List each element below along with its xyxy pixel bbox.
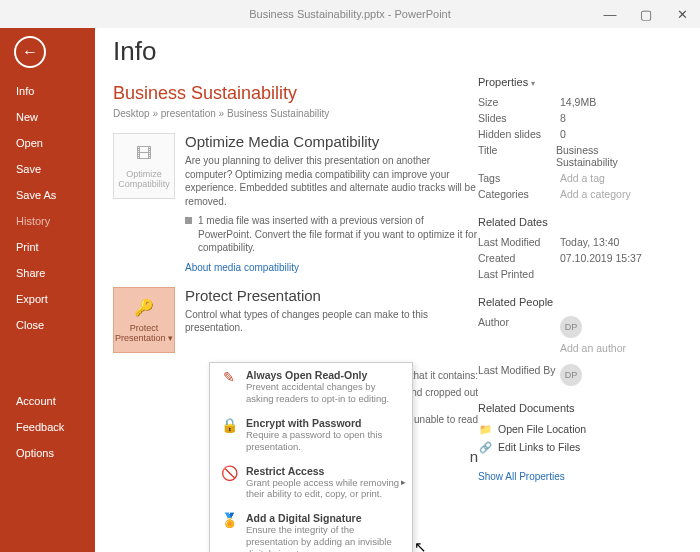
prop-value[interactable]: Add a tag: [560, 172, 605, 184]
page-heading: Info: [113, 36, 478, 67]
nav-feedback[interactable]: Feedback: [0, 414, 95, 440]
nav-open[interactable]: Open: [0, 130, 95, 156]
prop-label: Size: [478, 96, 560, 108]
open-file-location[interactable]: 📁Open File Location: [478, 420, 658, 438]
lock-icon: 🔑: [132, 297, 156, 319]
date-label: Created: [478, 252, 560, 264]
menu-item-title: Restrict Access: [246, 465, 402, 477]
protect-dropdown: ✎Always Open Read-OnlyPrevent accidental…: [209, 362, 413, 552]
window-title: Business Sustainability.pptx - PowerPoin…: [249, 8, 451, 20]
cursor-icon: ↖: [414, 538, 427, 552]
prop-label: Slides: [478, 112, 560, 124]
prop-label: Hidden slides: [478, 128, 560, 140]
nav-share[interactable]: Share: [0, 260, 95, 286]
related-people-heading: Related People: [478, 296, 658, 308]
breadcrumb[interactable]: Desktop » presentation » Business Sustai…: [113, 108, 478, 119]
protect-menu-item[interactable]: 🔒Encrypt with PasswordRequire a password…: [210, 411, 412, 459]
bullet-icon: [185, 217, 192, 224]
menu-item-desc: Ensure the integrity of the presentation…: [246, 524, 402, 552]
nav-save-as[interactable]: Save As: [0, 182, 95, 208]
folder-icon: 📁: [478, 422, 492, 436]
title-bar: Business Sustainability.pptx - PowerPoin…: [0, 0, 700, 28]
optimize-heading: Optimize Media Compatibility: [185, 133, 478, 150]
protect-menu-item[interactable]: 🏅Add a Digital SignatureEnsure the integ…: [210, 506, 412, 552]
about-media-link[interactable]: About media compatibility: [185, 262, 299, 273]
prop-value[interactable]: Add a category: [560, 188, 631, 200]
related-dates-heading: Related Dates: [478, 216, 658, 228]
backstage-sidebar: ← Info New Open Save Save As History Pri…: [0, 28, 95, 552]
prop-label: Categories: [478, 188, 560, 200]
menu-item-icon: 🏅: [220, 512, 238, 534]
nav-info[interactable]: Info: [0, 78, 95, 104]
date-value: Today, 13:40: [560, 236, 619, 248]
media-icon: 🎞: [132, 143, 156, 165]
protect-heading: Protect Presentation: [185, 287, 478, 304]
back-button[interactable]: ←: [14, 36, 46, 68]
related-documents-heading: Related Documents: [478, 402, 658, 414]
nav-save[interactable]: Save: [0, 156, 95, 182]
minimize-button[interactable]: —: [592, 0, 628, 28]
nav-options[interactable]: Options: [0, 440, 95, 466]
prop-label: Tags: [478, 172, 560, 184]
modified-by-label: Last Modified By: [478, 364, 560, 386]
author-avatar[interactable]: DP: [560, 316, 582, 338]
menu-item-icon: ✎: [220, 369, 238, 391]
date-label: Last Modified: [478, 236, 560, 248]
optimize-compatibility-button[interactable]: 🎞 Optimize Compatibility: [113, 133, 175, 199]
add-author[interactable]: Add an author: [560, 342, 626, 354]
submenu-arrow-icon: ▸: [401, 477, 406, 487]
properties-heading[interactable]: Properties: [478, 76, 658, 88]
protect-menu-item[interactable]: 🚫Restrict AccessGrant people access whil…: [210, 459, 412, 507]
menu-item-title: Always Open Read-Only: [246, 369, 402, 381]
prop-value: 14,9MB: [560, 96, 596, 108]
nav-account[interactable]: Account: [0, 388, 95, 414]
menu-item-desc: Prevent accidental changes by asking rea…: [246, 381, 402, 405]
nav-export[interactable]: Export: [0, 286, 95, 312]
menu-item-icon: 🔒: [220, 417, 238, 439]
menu-item-title: Add a Digital Signature: [246, 512, 402, 524]
menu-item-desc: Require a password to open this presenta…: [246, 429, 402, 453]
optimize-bullet: 1 media file was inserted with a previou…: [198, 214, 478, 255]
modified-by-avatar[interactable]: DP: [560, 364, 582, 386]
maximize-button[interactable]: ▢: [628, 0, 664, 28]
prop-value: Business Sustainability: [556, 144, 658, 168]
prop-value: 8: [560, 112, 566, 124]
protect-desc: Control what types of changes people can…: [185, 308, 478, 335]
nav-new[interactable]: New: [0, 104, 95, 130]
menu-item-desc: Grant people access while removing their…: [246, 477, 402, 501]
close-button[interactable]: ✕: [664, 0, 700, 28]
optimize-desc: Are you planning to deliver this present…: [185, 154, 478, 208]
prop-value: 0: [560, 128, 566, 140]
protect-menu-item[interactable]: ✎Always Open Read-OnlyPrevent accidental…: [210, 363, 412, 411]
author-label: Author: [478, 316, 560, 338]
file-title: Business Sustainability: [113, 83, 478, 104]
edit-links-to-files[interactable]: 🔗Edit Links to Files: [478, 438, 658, 456]
protect-presentation-button[interactable]: 🔑 Protect Presentation ▾: [113, 287, 175, 353]
nav-close[interactable]: Close: [0, 312, 95, 338]
menu-item-title: Encrypt with Password: [246, 417, 402, 429]
prop-label: Title: [478, 144, 556, 168]
menu-item-icon: 🚫: [220, 465, 238, 487]
nav-history[interactable]: History: [0, 208, 95, 234]
date-label: Last Printed: [478, 268, 560, 280]
date-value: 07.10.2019 15:37: [560, 252, 642, 264]
links-icon: 🔗: [478, 440, 492, 454]
nav-print[interactable]: Print: [0, 234, 95, 260]
show-all-properties[interactable]: Show All Properties: [478, 471, 565, 482]
